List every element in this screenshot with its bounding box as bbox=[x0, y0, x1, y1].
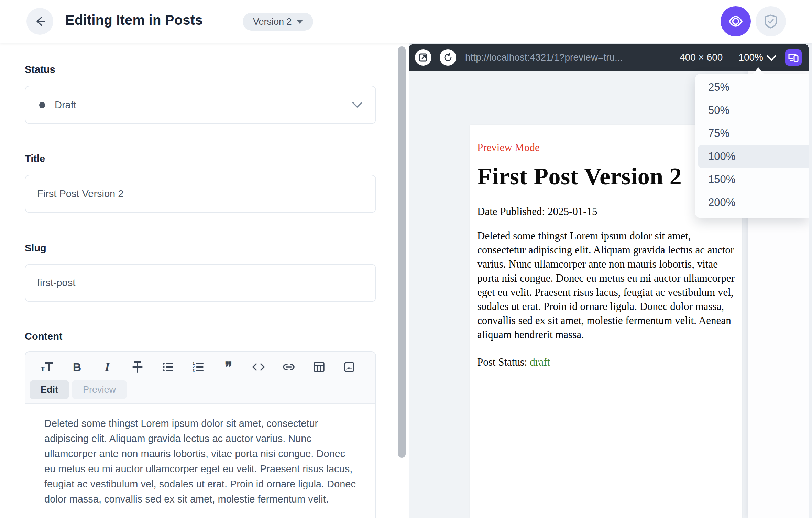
image-icon[interactable] bbox=[342, 359, 357, 375]
status-select[interactable]: Draft bbox=[25, 86, 376, 124]
title-value: First Post Version 2 bbox=[37, 188, 123, 199]
version-label: Version 2 bbox=[253, 17, 292, 27]
status-value: Draft bbox=[55, 99, 76, 111]
editor-toolbar-area: тT B I 123 ❞ bbox=[25, 352, 375, 404]
italic-icon[interactable]: I bbox=[100, 359, 115, 375]
table-icon[interactable] bbox=[311, 359, 327, 375]
preview-browser-bar: http://localhost:4321/1?preview=tru... 4… bbox=[409, 44, 809, 71]
status-dot-icon bbox=[39, 102, 45, 108]
zoom-option-200[interactable]: 200% bbox=[695, 191, 809, 214]
post-status-value: draft bbox=[530, 356, 550, 368]
editor-toolbar: тT B I 123 ❞ bbox=[25, 357, 375, 378]
live-preview-panel: Preview Mode First Post Version 2 Date P… bbox=[409, 44, 809, 518]
zoom-level-value: 100% bbox=[738, 52, 763, 63]
preview-post-body: Deleted some thingst Lorem ipsum dolor s… bbox=[477, 229, 736, 342]
code-icon[interactable] bbox=[251, 359, 266, 375]
dropdown-caret bbox=[753, 67, 764, 74]
title-input[interactable]: First Post Version 2 bbox=[25, 175, 376, 213]
zoom-option-75[interactable]: 75% bbox=[695, 122, 809, 145]
chevron-down-icon bbox=[351, 101, 363, 109]
content-textarea[interactable]: Deleted some thingst Lorem ipsum dolor s… bbox=[25, 404, 376, 518]
slug-label: Slug bbox=[25, 242, 46, 254]
edit-form-panel: Status Draft Title First Post Version 2 … bbox=[0, 43, 409, 518]
slug-value: first-post bbox=[37, 277, 75, 289]
caret-down-icon bbox=[297, 20, 303, 24]
zoom-option-25[interactable]: 25% bbox=[695, 76, 809, 99]
preview-toggle-button[interactable] bbox=[721, 6, 751, 36]
svg-text:3: 3 bbox=[193, 369, 195, 373]
bullet-list-icon[interactable] bbox=[160, 359, 175, 375]
editor-tabs: Edit Preview bbox=[25, 378, 375, 403]
preview-post-status: Post Status: draft bbox=[477, 356, 735, 368]
zoom-option-50[interactable]: 50% bbox=[695, 99, 809, 122]
slug-input[interactable]: first-post bbox=[25, 264, 376, 302]
reload-icon bbox=[443, 52, 453, 63]
left-panel-scrollbar[interactable] bbox=[398, 46, 406, 458]
back-button[interactable] bbox=[26, 8, 53, 35]
ordered-list-icon[interactable]: 123 bbox=[190, 359, 206, 375]
zoom-level-dropdown[interactable]: 100% bbox=[738, 52, 775, 63]
devices-icon bbox=[788, 52, 799, 63]
content-editor: тT B I 123 ❞ bbox=[25, 351, 376, 518]
bold-icon[interactable]: B bbox=[69, 359, 85, 375]
external-link-icon bbox=[418, 52, 428, 63]
zoom-option-150[interactable]: 150% bbox=[695, 168, 809, 191]
strikethrough-icon[interactable] bbox=[130, 359, 145, 375]
eye-icon bbox=[727, 12, 745, 30]
arrow-left-icon bbox=[33, 14, 47, 28]
heading-icon[interactable]: тT bbox=[39, 359, 54, 375]
shield-check-icon bbox=[762, 12, 780, 30]
post-status-label: Post Status: bbox=[477, 356, 530, 368]
reload-button[interactable] bbox=[440, 49, 456, 66]
viewport-size-label: 400 × 600 bbox=[680, 52, 723, 63]
chevron-down-icon bbox=[767, 51, 776, 61]
device-toggle-button[interactable] bbox=[785, 49, 802, 66]
link-icon[interactable] bbox=[281, 359, 296, 375]
title-label: Title bbox=[25, 153, 45, 164]
zoom-option-100[interactable]: 100% bbox=[698, 145, 809, 168]
tab-edit[interactable]: Edit bbox=[30, 380, 69, 399]
zoom-menu: 25% 50% 75% 100% 150% 200% bbox=[695, 74, 809, 218]
version-dropdown[interactable]: Version 2 bbox=[243, 13, 313, 31]
validate-button[interactable] bbox=[756, 6, 786, 36]
preview-url[interactable]: http://localhost:4321/1?preview=tru... bbox=[465, 52, 680, 63]
app-header: Editing Item in Posts Version 2 bbox=[0, 0, 812, 43]
open-in-new-tab-button[interactable] bbox=[415, 49, 431, 66]
status-label: Status bbox=[25, 64, 55, 75]
content-label: Content bbox=[25, 331, 63, 342]
blockquote-icon[interactable]: ❞ bbox=[221, 359, 236, 375]
page-title: Editing Item in Posts bbox=[65, 12, 203, 28]
tab-preview[interactable]: Preview bbox=[72, 380, 127, 399]
